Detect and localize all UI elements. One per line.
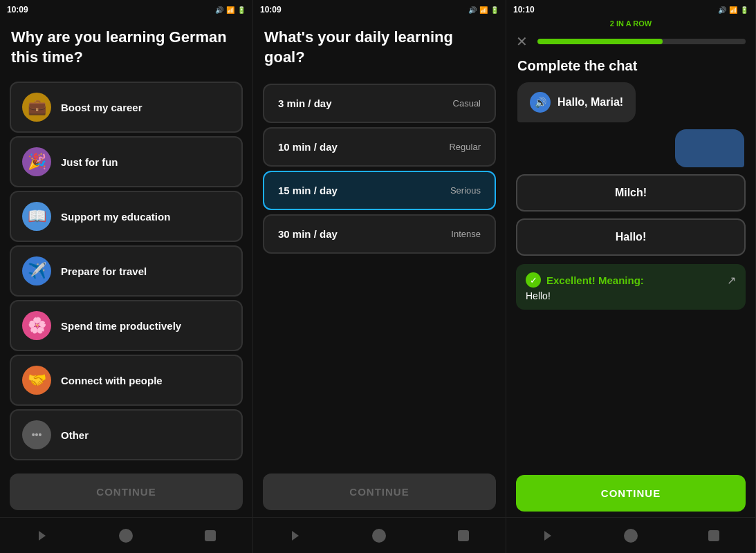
result-meaning: Hello! [526, 290, 736, 301]
icon-connect: 🤝 [22, 366, 51, 395]
icon-travel: ✈️ [22, 256, 51, 285]
status-icons-3: 🔊 📶 🔋 [718, 6, 748, 14]
option-travel-label: Prepare for travel [61, 265, 147, 277]
option-productive[interactable]: 🌸 Spend time productively [10, 300, 243, 351]
goal-15min-time: 15 min / day [278, 185, 338, 196]
status-time-3: 10:10 [513, 5, 535, 15]
option-other[interactable]: ••• Other [10, 409, 243, 460]
icon-edu: 📖 [22, 202, 51, 231]
goal-3min-time: 3 min / day [278, 97, 332, 109]
goal-30min-label: Intense [451, 229, 481, 239]
recent-icon-1 [205, 530, 216, 541]
goal-30min-time: 30 min / day [278, 228, 338, 240]
option-connect[interactable]: 🤝 Connect with people [10, 355, 243, 406]
option-education-label: Support my education [61, 211, 170, 223]
back-icon-2 [292, 531, 299, 541]
answer-hallo[interactable]: Hallo! [516, 218, 746, 256]
streak-bar-bg [537, 39, 746, 44]
streak-bar-fill [537, 39, 663, 44]
panel3-title: Complete the chat [506, 53, 755, 82]
back-icon-3 [544, 531, 551, 541]
option-connect-label: Connect with people [61, 375, 163, 386]
panel2-title: What's your daily learning goal? [253, 19, 506, 79]
battery-icon: 🔋 [237, 6, 246, 14]
continue-button-1[interactable]: CONTINUE [10, 474, 243, 510]
status-time-1: 10:09 [7, 5, 28, 15]
battery-icon-2: 🔋 [490, 6, 499, 14]
back-icon-1 [39, 531, 46, 541]
result-header: ✓ Excellent! Meaning: ↗ [526, 272, 736, 288]
panel-complete-chat: 10:10 🔊 📶 🔋 2 IN A ROW ✕ Complete the ch… [506, 0, 756, 553]
signal-icon: 📶 [226, 6, 234, 14]
icon-other: ••• [22, 420, 51, 449]
streak-bar-container: ✕ [506, 29, 755, 53]
panel1-title: Why are you learning German this time? [0, 19, 252, 78]
chat-area: 🔊 Hallo, Maria! [506, 82, 755, 167]
nav-back-3[interactable] [535, 523, 560, 548]
continue-button-3[interactable]: CONTINUE [516, 475, 746, 512]
battery-icon-3: 🔋 [740, 6, 748, 14]
home-icon-1 [119, 529, 133, 543]
status-icons-2: 🔊 📶 🔋 [468, 6, 499, 14]
speaker-icon[interactable]: 🔊 [530, 92, 551, 113]
bottom-nav-2 [253, 517, 506, 553]
nav-back-1[interactable] [30, 523, 55, 548]
status-bar-1: 10:09 🔊 📶 🔋 [0, 0, 252, 19]
status-bar-3: 10:10 🔊 📶 🔋 [506, 0, 755, 19]
status-time-2: 10:09 [260, 5, 282, 15]
icon-career: 💼 [22, 93, 51, 122]
volume-icon-2: 🔊 [468, 6, 477, 14]
goal-3min[interactable]: 3 min / day Casual [263, 84, 496, 123]
nav-home-1[interactable] [113, 523, 138, 548]
recent-icon-3 [708, 530, 719, 541]
home-icon-2 [372, 529, 386, 543]
option-education[interactable]: 📖 Support my education [10, 191, 243, 242]
option-travel[interactable]: ✈️ Prepare for travel [10, 245, 243, 297]
goal-options-list: 3 min / day Casual 10 min / day Regular … [253, 79, 506, 258]
option-fun-label: Just for fun [61, 156, 118, 168]
chat-bubble-left: 🔊 Hallo, Maria! [517, 82, 636, 122]
goal-15min-label: Serious [450, 185, 481, 196]
nav-recent-1[interactable] [198, 523, 223, 548]
result-section: ✓ Excellent! Meaning: ↗ Hello! [516, 264, 746, 310]
bottom-nav-3 [506, 517, 755, 553]
goal-30min[interactable]: 30 min / day Intense [263, 214, 496, 254]
status-bar-2: 10:09 🔊 📶 🔋 [253, 0, 506, 19]
nav-home-3[interactable] [618, 523, 643, 548]
signal-icon-2: 📶 [479, 6, 488, 14]
nav-back-2[interactable] [283, 523, 308, 548]
continue-button-2[interactable]: CONTINUE [263, 474, 496, 510]
nav-recent-2[interactable] [451, 523, 476, 548]
option-career-label: Boost my career [61, 102, 142, 113]
icon-productive: 🌸 [22, 311, 51, 340]
goal-10min-time: 10 min / day [278, 141, 338, 153]
nav-recent-3[interactable] [701, 523, 726, 548]
bottom-nav-1 [0, 517, 252, 553]
check-icon: ✓ [526, 272, 541, 288]
recent-icon-2 [458, 530, 469, 541]
goal-10min-label: Regular [449, 142, 481, 152]
streak-label: 2 IN A ROW [506, 19, 755, 28]
result-title: Excellent! Meaning: [546, 274, 644, 286]
volume-icon-3: 🔊 [718, 6, 726, 14]
status-icons-1: 🔊 📶 🔋 [215, 6, 246, 14]
goal-10min[interactable]: 10 min / day Regular [263, 127, 496, 167]
nav-home-2[interactable] [367, 523, 391, 548]
result-title-row: ✓ Excellent! Meaning: [526, 272, 644, 288]
option-productive-label: Spend time productively [61, 320, 181, 332]
option-other-label: Other [61, 429, 89, 441]
signal-icon-3: 📶 [729, 6, 737, 14]
panel-why-learning: 10:09 🔊 📶 🔋 Why are you learning German … [0, 0, 253, 553]
options-list-1: 💼 Boost my career 🎉 Just for fun 📖 Suppo… [0, 78, 252, 464]
share-icon[interactable]: ↗ [727, 274, 736, 287]
home-icon-3 [624, 529, 638, 543]
chat-message: Hallo, Maria! [557, 96, 623, 109]
close-icon[interactable]: ✕ [516, 33, 528, 50]
panel-daily-goal: 10:09 🔊 📶 🔋 What's your daily learning g… [253, 0, 506, 553]
answer-milch[interactable]: Milch! [516, 174, 746, 212]
option-fun[interactable]: 🎉 Just for fun [10, 136, 243, 187]
goal-15min[interactable]: 15 min / day Serious [263, 171, 496, 210]
volume-icon: 🔊 [215, 6, 223, 14]
option-career[interactable]: 💼 Boost my career [10, 82, 243, 133]
answer-options: Milch! Hallo! [506, 167, 755, 260]
